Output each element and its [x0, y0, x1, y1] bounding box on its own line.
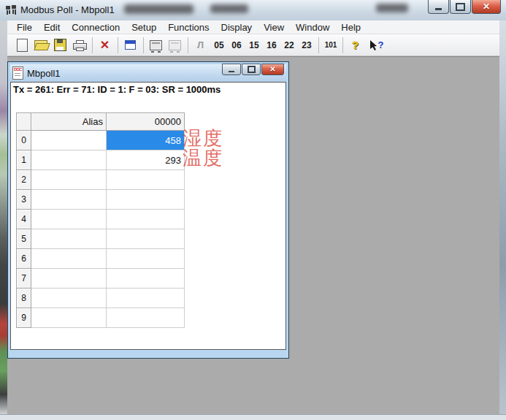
mbpoll1-close-button[interactable]: ✕ [261, 64, 284, 75]
menu-functions[interactable]: Functions [162, 21, 215, 34]
alias-cell[interactable] [31, 131, 107, 150]
row-header[interactable]: 0 [17, 131, 31, 150]
menu-edit[interactable]: Edit [38, 21, 66, 34]
comm-traffic-icon [150, 40, 162, 50]
value-cell[interactable] [107, 308, 185, 328]
disconnect-button[interactable]: ✕ [96, 37, 114, 54]
minimize-icon [229, 71, 234, 72]
mbpoll1-title-bar[interactable]: DOC Mbpoll1 ✕ [10, 64, 286, 82]
value-cell[interactable] [107, 269, 185, 289]
button-101[interactable]: 101 [322, 41, 340, 49]
question-mark-icon: ? [352, 39, 359, 51]
read-write-definition-button[interactable] [121, 37, 139, 54]
new-file-button[interactable] [13, 37, 31, 54]
menu-bar: File Edit Connection Setup Functions Dis… [7, 20, 499, 34]
annotation-humidity: 湿度 [183, 129, 223, 148]
window-title: Modbus Poll - Mbpoll1 [20, 4, 115, 15]
pulse-icon: Л [197, 39, 204, 50]
function-05-button[interactable]: 05 [210, 40, 228, 50]
value-cell[interactable] [107, 289, 185, 308]
maximize-icon [456, 3, 465, 11]
alias-cell[interactable] [31, 190, 107, 210]
comm-log-button[interactable] [166, 37, 184, 54]
row-header[interactable]: 5 [17, 229, 31, 249]
alias-column-header[interactable]: Alias [31, 113, 107, 131]
row-header[interactable]: 8 [17, 289, 31, 308]
alias-cell[interactable] [31, 229, 107, 249]
background-blur-artifact [124, 4, 193, 14]
corner-header-cell[interactable] [17, 113, 31, 131]
row-header[interactable]: 9 [17, 308, 31, 328]
background-blur-artifact [376, 4, 408, 12]
document-icon: DOC [12, 66, 23, 80]
grid-row-5: 5 [17, 229, 185, 249]
mbpoll1-title: Mbpoll1 [27, 68, 61, 79]
alias-cell[interactable] [31, 150, 107, 170]
title-bar[interactable]: Modbus Poll - Mbpoll1 ✕ [0, 0, 506, 21]
row-header[interactable]: 4 [17, 210, 31, 229]
toolbar: ✕ Л 05 06 15 16 22 23 101 ? ? [7, 34, 499, 56]
mbpoll1-client-area: Tx = 261: Err = 71: ID = 1: F = 03: SR =… [10, 82, 286, 350]
menu-display[interactable]: Display [215, 21, 258, 34]
toolbar-separator [92, 37, 93, 53]
alias-cell[interactable] [31, 249, 107, 269]
value-cell[interactable] [107, 249, 185, 269]
context-help-button[interactable]: ? [365, 37, 387, 54]
about-button[interactable]: ? [346, 37, 364, 54]
grid-row-6: 6 [17, 249, 185, 269]
new-file-icon [17, 39, 28, 52]
poll-status-line: Tx = 261: Err = 71: ID = 1: F = 03: SR =… [13, 84, 221, 95]
window-controls: ✕ [427, 0, 501, 14]
comm-traffic-button[interactable] [147, 37, 165, 54]
grid-row-2: 2 [17, 170, 185, 190]
grid-header-row: Alias 00000 [17, 113, 185, 131]
menu-file[interactable]: File [11, 21, 38, 34]
alias-cell[interactable] [31, 210, 107, 229]
window-frame-right [499, 20, 506, 414]
value-cell[interactable] [107, 190, 185, 210]
value-column-header[interactable]: 00000 [107, 113, 185, 131]
value-cell[interactable] [107, 229, 185, 249]
grid-row-3: 3 [17, 190, 185, 210]
value-cell[interactable] [107, 170, 185, 190]
row-header[interactable]: 6 [17, 249, 31, 269]
row-header[interactable]: 1 [17, 150, 31, 170]
minimize-icon [435, 8, 442, 10]
menu-view[interactable]: View [258, 21, 290, 34]
value-cell-selected[interactable]: 458 [107, 131, 185, 150]
pulse-button[interactable]: Л [191, 37, 210, 54]
row-header[interactable]: 3 [17, 190, 31, 210]
register-grid: Alias 00000 0 458 1 293 2 [16, 112, 185, 328]
row-header[interactable]: 2 [17, 170, 31, 190]
menu-connection[interactable]: Connection [66, 21, 126, 34]
grid-row-0: 0 458 [17, 131, 185, 150]
alias-cell[interactable] [31, 308, 107, 328]
mbpoll1-minimize-button[interactable] [222, 64, 241, 75]
function-15-button[interactable]: 15 [245, 40, 263, 50]
app-icon [5, 4, 17, 16]
print-button[interactable] [70, 37, 88, 54]
close-button[interactable]: ✕ [472, 0, 501, 14]
mbpoll1-restore-button[interactable] [242, 64, 261, 75]
save-button[interactable] [51, 37, 69, 54]
open-file-button[interactable] [32, 37, 50, 54]
alias-cell[interactable] [31, 289, 107, 308]
menu-help[interactable]: Help [335, 21, 367, 34]
menu-window[interactable]: Window [290, 21, 335, 34]
toolbar-separator [188, 37, 188, 53]
annotation-temperature: 温度 [183, 148, 223, 168]
function-22-button[interactable]: 22 [280, 40, 298, 50]
value-cell[interactable] [107, 210, 185, 229]
alias-cell[interactable] [31, 269, 107, 289]
function-23-button[interactable]: 23 [298, 40, 315, 50]
row-header[interactable]: 7 [17, 269, 31, 289]
menu-setup[interactable]: Setup [126, 21, 162, 34]
alias-cell[interactable] [31, 170, 107, 190]
grid-row-9: 9 [17, 308, 185, 328]
function-06-button[interactable]: 06 [228, 40, 245, 50]
grid-row-8: 8 [17, 289, 185, 308]
minimize-button[interactable] [428, 0, 449, 14]
value-cell[interactable]: 293 [107, 150, 185, 170]
maximize-button[interactable] [450, 0, 471, 14]
function-16-button[interactable]: 16 [263, 40, 280, 50]
